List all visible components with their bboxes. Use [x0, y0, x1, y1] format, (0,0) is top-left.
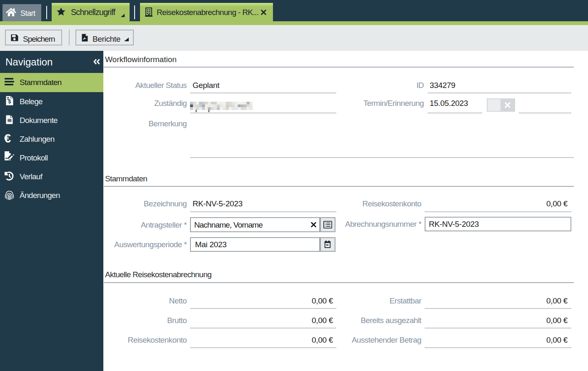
- svg-text:$: $: [8, 99, 11, 105]
